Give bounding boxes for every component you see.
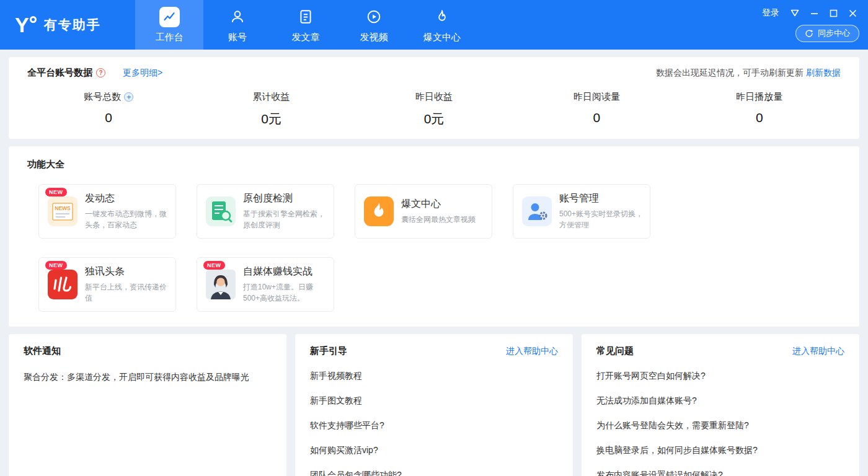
close-button[interactable] — [849, 9, 857, 17]
feature-card-originality-check[interactable]: 原创度检测 基于搜索引擎全网检索，原创度评测 — [197, 184, 334, 239]
topbar: Y 有专助手 工作台 账号 发文章 发视频 — [0, 0, 868, 50]
stat-yesterday-income: 昨日收益 0元 — [353, 91, 515, 128]
feature-desc: 囊括全网最热文章视频 — [401, 214, 476, 225]
guide-item[interactable]: 团队会员包含哪些功能? — [310, 470, 558, 476]
refresh-data-link[interactable]: 刷新数据 — [806, 68, 841, 77]
window-controls: 登录 — [762, 7, 857, 19]
doc-check-icon — [206, 196, 236, 226]
stat-yesterday-reads: 昨日阅读量 0 — [515, 91, 678, 128]
tab-workbench[interactable]: 工作台 — [135, 0, 203, 50]
feature-card-account-management[interactable]: 账号管理 500+账号实时登录切换，方便管理 — [513, 184, 650, 239]
faq-item[interactable]: 打开账号网页空白如何解决? — [596, 371, 844, 382]
flame-icon — [364, 196, 394, 226]
article-icon — [298, 7, 314, 27]
app-title: 有专助手 — [44, 16, 101, 33]
more-details-link[interactable]: 更多明细> — [123, 68, 162, 79]
tab-label: 账号 — [228, 32, 247, 43]
stat-value: 0 — [515, 110, 678, 125]
feature-text: 账号管理 500+账号实时登录切换，方便管理 — [559, 192, 645, 231]
feature-title: 发动态 — [85, 192, 170, 205]
guide-item[interactable]: 新手图文教程 — [310, 395, 558, 407]
logo-text: Y — [15, 14, 29, 35]
logo-bubble-icon — [30, 16, 37, 23]
stat-label: 昨日收益 — [415, 91, 453, 103]
guide-item[interactable]: 软件支持哪些平台? — [310, 420, 558, 431]
tab-hot-article-center[interactable]: 爆文中心 — [408, 0, 476, 50]
new-badge: NEW — [45, 188, 67, 196]
sync-center-button[interactable]: 同步中心 — [795, 25, 859, 42]
tab-label: 发文章 — [292, 32, 320, 43]
user-gear-icon — [522, 196, 552, 226]
new-badge: NEW — [45, 261, 67, 270]
feature-card-hot-article-center[interactable]: 爆文中心 囊括全网最热文章视频 — [355, 184, 492, 239]
stat-label: 累计收益 — [253, 91, 290, 103]
notice-title: 软件通知 — [24, 345, 61, 357]
main-content: 全平台账号数据 ? 更多明细> 数据会出现延迟情况，可手动刷新更新刷新数据 账号… — [0, 50, 868, 476]
tab-label: 发视频 — [360, 32, 388, 43]
guide-help-center-link[interactable]: 进入帮助中心 — [506, 346, 558, 357]
guide-item[interactable]: 新手视频教程 — [310, 371, 558, 382]
faq-item[interactable]: 无法成功添加自媒体账号? — [596, 395, 844, 407]
features-card: 功能大全 NEW NEWS 发动态 一键发布动态到微博，微头条，百家动态 — [9, 146, 859, 327]
features-title: 功能大全 — [27, 159, 841, 170]
stat-label: 昨日播放量 — [736, 91, 782, 103]
faq-item[interactable]: 发布内容账号设置错误如何解决? — [596, 470, 844, 476]
sync-center-label: 同步中心 — [818, 28, 850, 39]
brand: Y 有专助手 — [0, 0, 135, 50]
stat-label: 昨日阅读量 — [574, 91, 620, 103]
tab-label: 工作台 — [156, 32, 184, 43]
faq-item[interactable]: 为什么账号登陆会失效，需要重新登陆? — [596, 420, 844, 431]
faq-item[interactable]: 换电脑登录后，如何同步自媒体账号数据? — [596, 445, 844, 456]
feature-text: 独讯头条 新平台上线，资讯传递价值 — [85, 265, 170, 304]
stat-value: 0 — [27, 110, 190, 125]
tab-accounts[interactable]: 账号 — [203, 0, 272, 50]
newbie-guide-card: 新手引导 进入帮助中心 新手视频教程 新手图文教程 软件支持哪些平台? 如何购买… — [295, 334, 573, 476]
stat-value: 0 — [678, 110, 841, 125]
stat-value: 0元 — [353, 110, 515, 128]
chart-icon — [159, 7, 180, 27]
news-icon: NEWS — [48, 196, 78, 226]
software-notice-card: 软件通知 聚合分发：多渠道分发，开启即可获得内容收益及品牌曝光 — [9, 334, 286, 476]
notice-text: 聚合分发：多渠道分发，开启即可获得内容收益及品牌曝光 — [24, 371, 272, 384]
stats-header: 全平台账号数据 ? 更多明细> 数据会出现延迟情况，可手动刷新更新刷新数据 — [27, 67, 841, 79]
stat-yesterday-plays: 昨日播放量 0 — [678, 91, 841, 128]
fire-icon — [434, 7, 450, 27]
triangle-down-icon[interactable] — [790, 9, 799, 17]
tab-publish-video[interactable]: 发视频 — [340, 0, 408, 50]
minimize-button[interactable] — [810, 9, 818, 17]
stats-row: 账号总数 + 0 累计收益 0元 昨日收益 0元 昨日阅读量 0 昨日播放量 0 — [27, 91, 841, 128]
stat-total-income: 累计收益 0元 — [190, 91, 352, 128]
login-button[interactable]: 登录 — [762, 7, 779, 19]
sync-icon — [805, 29, 813, 38]
stat-label: 账号总数 — [84, 91, 121, 103]
guide-item[interactable]: 如何购买激活vip? — [310, 445, 558, 456]
tab-publish-article[interactable]: 发文章 — [272, 0, 340, 50]
guide-title: 新手引导 — [310, 345, 347, 357]
feature-card-post-dynamic[interactable]: NEW NEWS 发动态 一键发布动态到微博，微头条，百家动态 — [38, 184, 176, 239]
user-icon — [229, 7, 246, 27]
feature-card-duxun-toutiao[interactable]: NEW 独讯头条 新平台上线，资讯传递价值 — [38, 257, 176, 312]
faq-title: 常见问题 — [596, 345, 634, 357]
feature-text: 爆文中心 囊括全网最热文章视频 — [401, 198, 476, 225]
feature-desc: 打造10w+流量。日赚500+高收益玩法。 — [243, 281, 329, 304]
duxun-logo-icon — [48, 270, 78, 299]
platform-stats-card: 全平台账号数据 ? 更多明细> 数据会出现延迟情况，可手动刷新更新刷新数据 账号… — [9, 57, 859, 139]
feature-title: 独讯头条 — [85, 265, 170, 278]
add-account-icon[interactable]: + — [124, 92, 133, 102]
maximize-button[interactable] — [830, 9, 838, 17]
stat-value: 0元 — [190, 110, 352, 128]
feature-desc: 500+账号实时登录切换，方便管理 — [559, 208, 645, 231]
new-badge: NEW — [203, 261, 225, 270]
feature-text: 自媒体赚钱实战 打造10w+流量。日赚500+高收益玩法。 — [243, 265, 329, 304]
delay-note-text: 数据会出现延迟情况，可手动刷新更新 — [656, 68, 804, 77]
stat-account-total: 账号总数 + 0 — [27, 91, 190, 128]
feature-title: 原创度检测 — [243, 192, 329, 205]
help-question-icon[interactable]: ? — [96, 68, 105, 77]
app-logo-icon: Y — [15, 14, 37, 35]
faq-list: 打开账号网页空白如何解决? 无法成功添加自媒体账号? 为什么账号登陆会失效，需要… — [596, 371, 844, 476]
main-nav: 工作台 账号 发文章 发视频 爆文中心 — [135, 0, 476, 50]
faq-help-center-link[interactable]: 进入帮助中心 — [792, 346, 844, 357]
feature-card-self-media-money[interactable]: NEW 自媒体赚钱实战 打造10w+流量。日赚500+高收益玩法。 — [197, 257, 334, 312]
portrait-photo — [206, 270, 236, 299]
bottom-row: 软件通知 聚合分发：多渠道分发，开启即可获得内容收益及品牌曝光 新手引导 进入帮… — [9, 334, 859, 476]
